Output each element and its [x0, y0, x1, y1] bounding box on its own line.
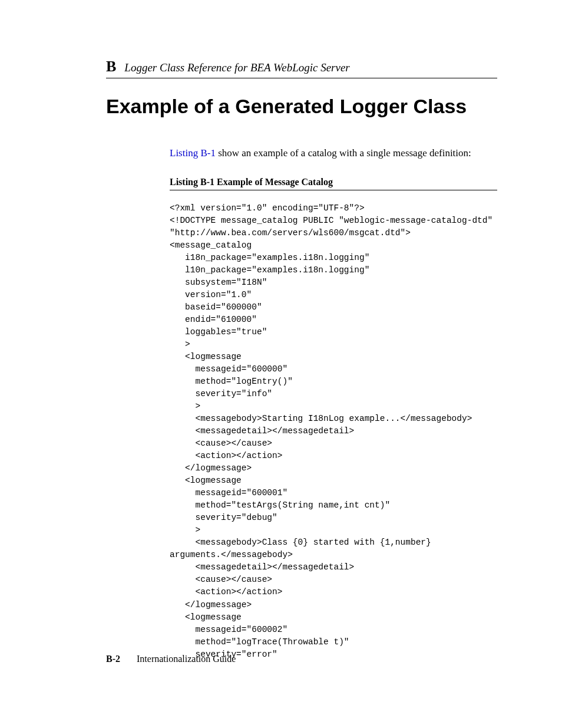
page-footer: B-2Internationalization Guide — [106, 654, 236, 664]
running-header: B Logger Class Reference for BEA WebLogi… — [106, 59, 497, 78]
page-number: B-2 — [106, 654, 120, 664]
page-heading: Example of a Generated Logger Class — [106, 95, 497, 118]
listing-caption: Listing B-1 Example of Message Catalog — [170, 177, 497, 187]
footer-doc-title: Internationalization Guide — [137, 654, 236, 664]
listing-crossref-link[interactable]: Listing B-1 — [170, 147, 216, 159]
intro-paragraph: Listing B-1 show an example of a catalog… — [170, 147, 497, 159]
intro-rest: show an example of a catalog with a sing… — [216, 147, 471, 159]
code-listing: <?xml version="1.0" encoding="UTF-8"?> <… — [170, 202, 497, 661]
appendix-letter: B — [106, 59, 116, 74]
listing-rule — [170, 190, 497, 190]
running-title: Logger Class Reference for BEA WebLogic … — [124, 61, 349, 74]
